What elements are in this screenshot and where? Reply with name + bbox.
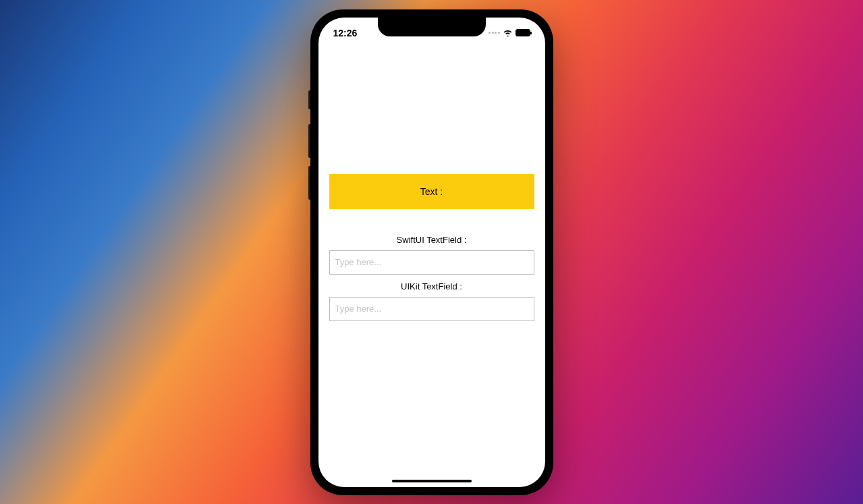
cellular-signal-icon <box>489 32 500 34</box>
swiftui-textfield-input[interactable] <box>329 250 534 275</box>
mute-switch <box>308 90 310 109</box>
text-banner-label: Text : <box>420 186 443 197</box>
volume-up-button <box>308 124 310 158</box>
app-content: Text : SwiftUI TextField : UIKit TextFie… <box>318 46 545 487</box>
uikit-textfield-label: UIKit TextField : <box>329 281 534 291</box>
uikit-textfield-input[interactable] <box>329 297 534 321</box>
text-display-banner: Text : <box>329 174 534 209</box>
status-time: 12:26 <box>333 28 358 38</box>
iphone-device-frame: 12:26 Text : SwiftUI TextField : <box>310 9 553 495</box>
home-indicator[interactable] <box>392 480 472 482</box>
phone-screen: 12:26 Text : SwiftUI TextField : <box>318 18 545 487</box>
battery-icon <box>516 29 530 36</box>
status-right-cluster <box>489 29 530 36</box>
phone-notch <box>378 18 486 36</box>
volume-down-button <box>308 166 310 200</box>
swiftui-textfield-label: SwiftUI TextField : <box>329 235 534 245</box>
wifi-icon <box>503 29 513 36</box>
